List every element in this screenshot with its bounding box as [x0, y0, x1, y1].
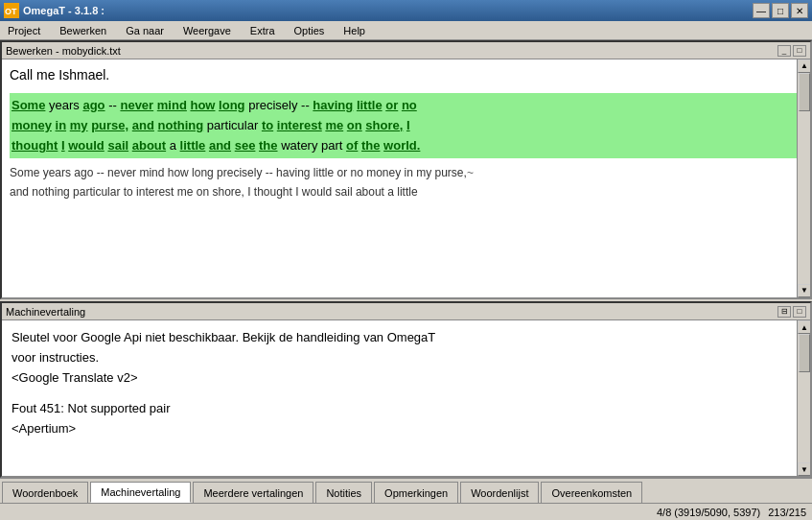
highlighted-segment: Some years ago -- never mind how long pr…: [10, 93, 802, 158]
minimize-button[interactable]: —: [753, 3, 770, 18]
machine-line3: <Google Translate v2>: [12, 368, 800, 389]
menu-weergave[interactable]: Weergave: [179, 23, 235, 38]
word-never: never: [120, 98, 153, 112]
machine-line4: [12, 388, 800, 399]
editor-content[interactable]: Call me Ishmael. Some years ago -- never…: [2, 59, 810, 297]
word-I2: I: [61, 138, 65, 153]
word-in: in: [56, 118, 67, 132]
tab-machinevertaling[interactable]: Machinevertaling: [90, 482, 191, 503]
machine-scrollbar-track[interactable]: [798, 334, 810, 462]
tab-overeenkomsten[interactable]: Overeenkomsten: [541, 482, 642, 503]
wave-cursor: ~: [467, 166, 474, 179]
machine-scrollbar-down[interactable]: ▼: [798, 462, 811, 476]
title-controls: — □ ✕: [753, 3, 808, 18]
word-would: would: [68, 138, 104, 153]
word-or: or: [385, 98, 398, 112]
machine-title-bar: Machinevertaling ⊟ □: [2, 303, 810, 320]
tab-notities[interactable]: Notities: [315, 482, 372, 503]
tabs-bar: Woordenboek Machinevertaling Meerdere ve…: [0, 478, 812, 503]
word-little1: little: [357, 98, 383, 112]
machine-line2: voor instructies.: [12, 348, 800, 368]
word-and: and: [132, 118, 154, 132]
tab-opmerkingen[interactable]: Opmerkingen: [374, 482, 458, 503]
menu-extra[interactable]: Extra: [246, 23, 279, 38]
word-thought: thought: [12, 138, 58, 153]
status-bar: 4/8 (3919/5090, 5397) 213/215: [0, 503, 812, 520]
plain-segment-line2: and nothing particular to interest me on…: [10, 185, 418, 199]
word-of: of: [346, 138, 358, 153]
title-bar: OT OmegaT - 3.1.8 : — □ ✕: [0, 0, 812, 21]
machine-line5: Fout 451: Not supported pair: [12, 399, 800, 419]
word-I1: I: [406, 118, 410, 132]
word-purse: purse,: [91, 118, 128, 132]
menu-help[interactable]: Help: [339, 23, 369, 38]
tab-meerdere-vertalingen[interactable]: Meerdere vertalingen: [193, 482, 313, 503]
machine-panel-btn1[interactable]: ⊟: [777, 306, 791, 318]
status-position: 4/8 (3919/5090, 5397): [657, 507, 760, 518]
menu-bewerken[interactable]: Bewerken: [56, 23, 110, 38]
menu-ga-naar[interactable]: Ga naar: [122, 23, 168, 38]
word-the2: the: [361, 138, 381, 153]
machine-scrollbar-up[interactable]: ▲: [798, 320, 811, 334]
menu-bar: Project Bewerken Ga naar Weergave Extra …: [0, 21, 812, 40]
lower-panel: Machinevertaling ⊟ □ Sleutel voor Google…: [0, 299, 812, 520]
word-and2: and: [209, 138, 231, 153]
title-bar-left: OT OmegaT - 3.1.8 :: [4, 3, 104, 18]
scrollbar-thumb[interactable]: [799, 73, 810, 111]
editor-panel: Bewerken - mobydick.txt _ □ Call me Ishm…: [0, 40, 812, 299]
editor-title-bar: Bewerken - mobydick.txt _ □: [2, 42, 810, 59]
editor-title-text: Bewerken - mobydick.txt: [6, 45, 121, 57]
word-little2: little: [180, 138, 206, 153]
main-content: Bewerken - mobydick.txt _ □ Call me Ishm…: [0, 40, 812, 520]
word-sail: sail: [107, 138, 128, 153]
editor-scrollbar[interactable]: ▲ ▼: [797, 59, 810, 297]
plain-segment-line1: Some years ago -- never mind how long pr…: [10, 166, 467, 179]
editor-title-controls: _ □: [777, 45, 806, 57]
word-nothing: nothing: [158, 118, 204, 132]
tab-woordenlijst[interactable]: Woordenlijst: [460, 482, 539, 503]
word-having: having: [313, 98, 353, 112]
word-the: the: [259, 138, 278, 153]
word-ago: ago: [82, 98, 104, 112]
word-how: how: [190, 98, 215, 112]
word-some: Some: [12, 98, 45, 112]
maximize-button[interactable]: □: [772, 3, 789, 18]
word-no: no: [402, 98, 417, 112]
word-see: see: [235, 138, 256, 153]
word-my: my: [70, 118, 88, 132]
tab-woordenboek[interactable]: Woordenboek: [2, 482, 88, 503]
status-progress: 213/215: [768, 507, 806, 518]
machine-line6: <Apertium>: [12, 419, 800, 439]
machine-panel-btn2[interactable]: □: [793, 306, 806, 318]
menu-opties[interactable]: Opties: [290, 23, 329, 38]
machine-title-controls: ⊟ □: [777, 306, 806, 318]
word-mind: mind: [157, 98, 187, 112]
machine-scrollbar[interactable]: ▲ ▼: [797, 320, 810, 476]
machine-scrollbar-thumb[interactable]: [799, 334, 810, 372]
paragraph-call-me: Call me Ishmael.: [10, 65, 802, 85]
menu-project[interactable]: Project: [4, 23, 44, 38]
word-on: on: [347, 118, 362, 132]
machine-panel: Machinevertaling ⊟ □ Sleutel voor Google…: [0, 301, 812, 478]
word-long: long: [219, 98, 244, 112]
machine-content: Sleutel voor Google Api niet beschikbaar…: [2, 320, 810, 476]
word-shore: shore,: [365, 118, 403, 132]
app-icon: OT: [4, 3, 19, 18]
title-text: OmegaT - 3.1.8 :: [23, 5, 104, 16]
word-world: world.: [383, 138, 420, 153]
machine-title-text: Machinevertaling: [6, 306, 85, 318]
scrollbar-track[interactable]: [798, 73, 810, 284]
editor-maximize-button[interactable]: □: [793, 45, 806, 57]
word-money: money: [12, 118, 52, 132]
scrollbar-down-button[interactable]: ▼: [798, 284, 810, 297]
scrollbar-up-button[interactable]: ▲: [798, 59, 810, 73]
close-button[interactable]: ✕: [791, 3, 808, 18]
svg-text:OT: OT: [5, 7, 17, 16]
word-about: about: [132, 138, 166, 153]
word-interest: interest: [277, 118, 322, 132]
word-me: me: [325, 118, 343, 132]
word-to: to: [262, 118, 273, 132]
editor-minimize-button[interactable]: _: [777, 45, 791, 57]
plain-segment: Some years ago -- never mind how long pr…: [10, 164, 802, 201]
machine-line1: Sleutel voor Google Api niet beschikbaar…: [12, 328, 800, 348]
